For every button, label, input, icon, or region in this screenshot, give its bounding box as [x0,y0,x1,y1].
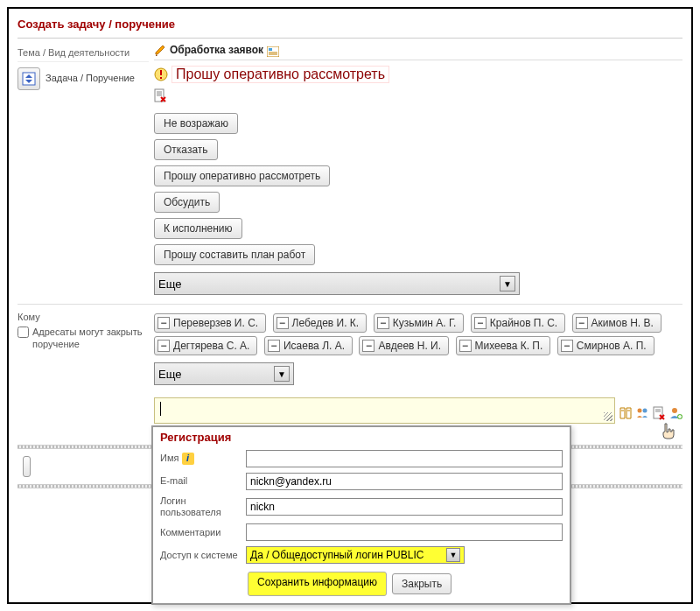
recipient-chip[interactable]: −Лебедев И. К. [273,313,368,333]
remove-icon[interactable]: − [268,340,280,352]
registration-modal: Регистрация Имя i E-mail Логин пользоват… [151,425,571,605]
task-type-label: Задача / Поручение [46,73,135,84]
recipient-chip[interactable]: −Переверзев И. С. [154,313,266,333]
more-actions-dropdown[interactable]: Еще ▼ [154,272,520,295]
access-select-value: Да / Общедоступный логин PUBLIC [250,549,424,561]
exclamation-icon [154,67,168,81]
svg-marker-3 [156,46,164,54]
svg-rect-11 [160,77,162,79]
action-buttons-group: Не возражаю Отказать Прошу оперативно ра… [154,111,682,267]
remove-icon[interactable]: − [158,317,170,329]
recipient-chip[interactable]: −Кузьмин А. Г. [374,313,465,333]
doc-delete-icon[interactable] [652,406,666,420]
chevron-down-icon: ▼ [446,548,460,562]
remove-icon[interactable]: − [576,317,588,329]
remove-icon[interactable]: − [459,340,472,352]
remove-icon[interactable]: − [276,317,289,329]
remove-icon[interactable]: − [377,317,389,329]
dropdown-label: Еще [158,368,181,381]
info-icon[interactable]: i [182,453,194,465]
recipient-chip[interactable]: −Дегтярева С. А. [154,336,257,355]
remove-icon[interactable]: − [561,340,573,352]
action-button[interactable]: Прошу составить план работ [154,244,315,265]
activity-title: Обработка заявок [170,44,263,56]
remove-icon[interactable]: − [158,340,170,352]
email-label: E-mail [160,475,241,487]
users-icon[interactable] [635,406,649,420]
subject-text[interactable]: Прошу оперативно рассмотреть [172,66,389,83]
recipients-label: Кому [18,312,149,322]
login-field[interactable] [246,498,563,516]
svg-rect-6 [269,48,272,51]
svg-point-27 [672,408,677,413]
svg-point-20 [638,409,642,413]
remove-icon[interactable]: − [474,317,486,329]
close-button[interactable]: Закрыть [392,573,452,594]
svg-rect-10 [160,70,162,75]
collapsed-button[interactable] [23,456,31,477]
chevron-down-icon: ▼ [274,366,290,382]
book-icon[interactable] [619,406,633,420]
recipient-chip[interactable]: −Михеева К. П. [456,336,551,355]
chevron-down-icon: ▼ [500,276,515,291]
recipients-can-close-checkbox[interactable]: Адресаты могут закрыть поручение [18,326,149,351]
dropdown-label: Еще [158,277,181,291]
access-select[interactable]: Да / Общедоступный логин PUBLIC ▼ [246,546,465,564]
save-button[interactable]: Сохранить информацию [248,572,387,596]
comment-textarea[interactable] [154,397,615,424]
action-button[interactable]: Не возражаю [154,113,238,134]
comment-field[interactable] [246,523,563,541]
action-button[interactable]: Прошу оперативно рассмотреть [154,165,330,186]
doc-delete-icon[interactable] [154,90,166,105]
svg-rect-5 [267,46,279,57]
action-button[interactable]: К исполнению [154,218,242,239]
recipient-chip[interactable]: −Исаева Л. А. [264,336,353,355]
action-button[interactable]: Обсудить [154,192,220,213]
comment-label: Комментарии [160,527,241,538]
recipient-chip[interactable]: −Смирнов А. П. [557,336,654,355]
svg-point-21 [643,409,648,413]
user-add-icon[interactable] [668,406,682,420]
email-field[interactable] [246,473,563,490]
card-icon[interactable] [267,45,279,55]
pencil-icon[interactable] [154,44,166,56]
login-label: Логин пользователя [160,495,241,518]
action-button[interactable]: Отказать [154,139,218,160]
checkbox-input[interactable] [18,327,29,338]
recipient-chips: −Переверзев И. С. −Лебедев И. К. −Кузьми… [154,312,682,357]
cursor-pointer-icon [662,422,679,447]
name-label: Имя i [160,453,241,465]
task-updown-icon [18,67,40,90]
recipient-chip[interactable]: −Авдеев Н. И. [359,336,449,355]
task-type-button[interactable]: Задача / Поручение [18,67,149,90]
more-recipients-dropdown[interactable]: Еще ▼ [154,362,294,385]
checkbox-label: Адресаты могут закрыть поручение [32,326,149,351]
activity-section-label: Тема / Вид деятельности [18,44,149,62]
recipient-chip[interactable]: −Акимов Н. В. [572,313,662,333]
name-field[interactable] [246,450,563,467]
modal-title: Регистрация [153,427,570,447]
resize-handle[interactable] [604,412,612,421]
page-title: Создать задачу / поручение [18,14,682,39]
remove-icon[interactable]: − [362,340,374,352]
access-label: Доступ к системе [160,550,241,561]
recipient-chip[interactable]: −Крайнов П. С. [471,313,565,333]
